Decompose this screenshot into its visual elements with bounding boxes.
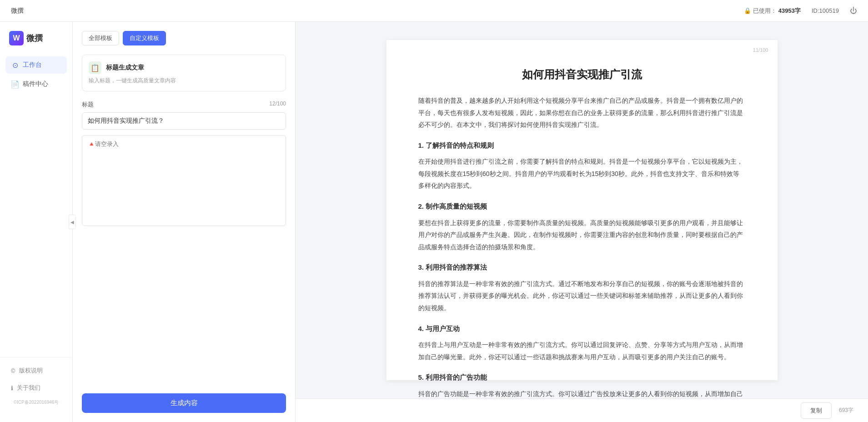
sidebar-item-workbench[interactable]: ⊙ 工作台 (5, 56, 67, 74)
template-card-header: 📋 标题生成文章 (89, 61, 279, 74)
template-card-icon: 📋 (89, 61, 101, 74)
sidebar-label-drafts: 稿件中心 (23, 80, 48, 88)
generate-button[interactable]: 生成内容 (82, 393, 286, 413)
form-title-count: 12/100 (269, 100, 286, 109)
usage-count: 43953字 (778, 7, 801, 15)
about-label: 关于我们 (17, 384, 40, 392)
word-count: 693字 (839, 407, 853, 414)
doc-paragraph: 在开始使用抖音进行推广引流之前，你需要了解抖音的特点和规则。抖音是一个短视频分享… (418, 156, 746, 192)
tab-all-templates[interactable]: 全部模板 (82, 31, 119, 45)
doc-page-num: 11/100 (753, 47, 768, 53)
sidebar-logo: W 微撰 (0, 31, 72, 56)
main-layout: W 微撰 ⊙ 工作台 📄 稿件中心 © 版权说明 ℹ 关于我们 ©ICP备202… (0, 22, 868, 422)
workbench-icon: ⊙ (11, 61, 19, 69)
sidebar-collapse-toggle[interactable]: ◀ (69, 215, 76, 229)
doc-heading: 2. 制作高质量的短视频 (418, 200, 746, 213)
template-card-desc: 输入标题，一键生成高质量文章内容 (89, 77, 279, 85)
content-area: 全部模板 自定义模板 📋 标题生成文章 输入标题，一键生成高质量文章内容 标题 … (73, 22, 868, 422)
template-card-name: 标题生成文章 (106, 64, 144, 72)
title-input[interactable] (82, 112, 286, 130)
sidebar-item-about[interactable]: ℹ 关于我们 (5, 380, 67, 396)
doc-body: 随着抖音的普及，越来越多的人开始利用这个短视频分享平台来推广自己的产品或服务。抖… (418, 95, 746, 398)
topbar-right: 🔒 已使用： 43953字 ID:100519 ⏻ (744, 7, 857, 15)
doc-paragraph: 抖音的推荐算法是一种非常有效的推广引流方式。通过不断地发布和分享自己的短视频，你… (418, 278, 746, 314)
doc-paragraph: 抖音的广告功能是一种非常有效的推广引流方式。你可以通过广告投放来让更多的人看到你… (418, 388, 746, 398)
logo-icon: W (9, 31, 24, 45)
logo-text: 微撰 (26, 33, 43, 44)
copyright-icon: © (11, 367, 15, 374)
usage-display: 🔒 已使用： 43953字 (744, 7, 801, 15)
doc-paragraph: 要想在抖音上获得更多的流量，你需要制作高质量的短视频。高质量的短视频能够吸引更多… (418, 217, 746, 253)
topbar: 微撰 🔒 已使用： 43953字 ID:100519 ⏻ (0, 0, 868, 22)
doc-title: 如何用抖音实现推广引流 (418, 67, 746, 82)
topbar-title: 微撰 (11, 7, 24, 15)
lock-icon: 🔒 (744, 7, 751, 14)
doc-page: 11/100 如何用抖音实现推广引流 随着抖音的普及，越来越多的人开始利用这个短… (386, 40, 778, 380)
doc-container: 11/100 如何用抖音实现推广引流 随着抖音的普及，越来越多的人开始利用这个短… (296, 22, 868, 398)
doc-heading: 3. 利用抖音的推荐算法 (418, 261, 746, 274)
copy-button[interactable]: 复制 (801, 402, 832, 419)
usage-label: 已使用： (753, 7, 777, 15)
sidebar: W 微撰 ⊙ 工作台 📄 稿件中心 © 版权说明 ℹ 关于我们 ©ICP备202… (0, 22, 73, 422)
template-tabs: 全部模板 自定义模板 (82, 31, 286, 45)
about-icon: ℹ (11, 385, 13, 392)
doc-heading: 1. 了解抖音的特点和规则 (418, 139, 746, 152)
doc-footer: 复制 693字 (296, 398, 868, 422)
doc-heading: 5. 利用抖音的广告功能 (418, 371, 746, 384)
left-panel: 全部模板 自定义模板 📋 标题生成文章 输入标题，一键生成高质量文章内容 标题 … (73, 22, 296, 422)
tab-custom-templates[interactable]: 自定义模板 (123, 31, 166, 45)
doc-heading: 4. 与用户互动 (418, 322, 746, 336)
sidebar-item-drafts[interactable]: 📄 稿件中心 (5, 75, 67, 93)
sidebar-item-copyright[interactable]: © 版权说明 (5, 363, 67, 378)
form-title-label-row: 标题 12/100 (82, 100, 286, 109)
form-title-label: 标题 (82, 100, 94, 109)
copyright-label: 版权说明 (19, 367, 43, 375)
drafts-icon: 📄 (11, 80, 19, 88)
right-panel: 11/100 如何用抖音实现推广引流 随着抖音的普及，越来越多的人开始利用这个短… (296, 22, 868, 422)
logout-icon[interactable]: ⏻ (850, 7, 857, 15)
content-textarea[interactable] (82, 135, 286, 226)
topbar-id: ID:100519 (812, 7, 839, 14)
sidebar-label-workbench: 工作台 (23, 61, 42, 69)
sidebar-nav: ⊙ 工作台 📄 稿件中心 (0, 56, 72, 205)
sidebar-bottom: © 版权说明 ℹ 关于我们 ©ICP备2022016946号 (0, 357, 72, 413)
icp-text: ©ICP备2022016946号 (5, 397, 67, 407)
doc-paragraph: 在抖音上与用户互动是一种非常有效的推广引流方式。你可以通过回复评论、点赞、分享等… (418, 339, 746, 363)
doc-paragraph: 随着抖音的普及，越来越多的人开始利用这个短视频分享平台来推广自己的产品或服务。抖… (418, 95, 746, 131)
template-card-title-article[interactable]: 📋 标题生成文章 输入标题，一键生成高质量文章内容 (82, 55, 286, 91)
